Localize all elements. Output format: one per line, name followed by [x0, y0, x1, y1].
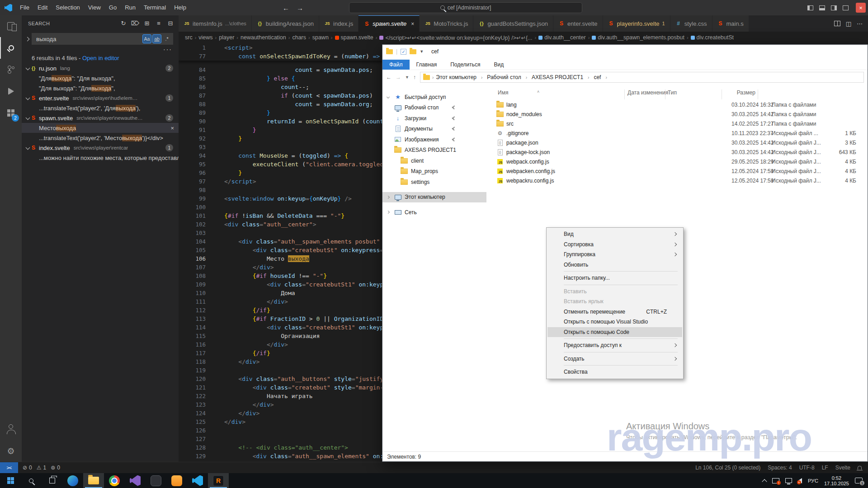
search-match-row[interactable]: ...translateText('player2', 'Для выхода'… [22, 103, 179, 113]
sidebar-item-client[interactable]: client [382, 155, 486, 166]
menu-item-Открыть с помощью Visual Studio[interactable]: Открыть с помощью Visual Studio [547, 317, 682, 327]
taskbar-app-app-dark[interactable] [146, 473, 166, 488]
sidebar-item-Рабочий стол[interactable]: Рабочий стол [382, 103, 486, 113]
ribbon-tab-Файл[interactable]: Файл [382, 60, 410, 70]
taskbar-app-visual-studio[interactable] [125, 473, 146, 488]
start-button[interactable] [0, 473, 21, 488]
toggle-panel-right-icon[interactable] [828, 3, 840, 13]
menu-item-Открыть с помощью Code[interactable]: Открыть с помощью Code [547, 327, 682, 338]
menu-edit[interactable]: Edit [33, 0, 52, 15]
menu-item-Предоставить доступ к[interactable]: Предоставить доступ к [547, 340, 682, 351]
chevron-icon[interactable] [387, 95, 390, 99]
taskbar-app-app-orange[interactable] [166, 473, 187, 488]
chevron-down-icon[interactable] [26, 95, 30, 100]
menu-item-Группировка[interactable]: Группировка [547, 249, 682, 260]
up-icon[interactable]: ↑ [413, 74, 416, 80]
status-spaces[interactable]: Spaces: 4 [768, 465, 792, 471]
command-center[interactable]: cef [Administrator] [349, 2, 582, 13]
activity-extensions-icon[interactable]: 2 [0, 102, 22, 124]
taskbar-search-button[interactable] [21, 473, 42, 488]
chevron-down-icon[interactable] [26, 145, 30, 150]
menu-item-Вид[interactable]: Вид [547, 229, 682, 239]
dismiss-match-icon[interactable]: × [170, 125, 174, 131]
toggle-panel-left-icon[interactable] [804, 3, 816, 13]
taskbar-app-ragemp[interactable]: R [208, 473, 229, 488]
search-match-row[interactable]: Место выхода× [22, 123, 179, 133]
forward-icon[interactable]: → [396, 74, 401, 80]
address-crumb[interactable]: Этот компьютер [436, 74, 476, 80]
address-crumb[interactable]: AXESAS PROJECT1 [532, 74, 583, 80]
menu-go[interactable]: Go [105, 0, 121, 15]
task-view-button[interactable] [42, 473, 62, 488]
search-match-row[interactable]: ...translateText('player2', 'Место выход… [22, 133, 179, 143]
quick-access-check-icon[interactable]: ✓ [401, 49, 406, 55]
activity-debug-icon[interactable] [0, 80, 22, 102]
file-row-webpacken.config.js[interactable]: JSwebpacken.config.js12.05.2024 17:58Исх… [486, 166, 868, 176]
menu-file[interactable]: File [16, 0, 33, 15]
open-search-editor-icon[interactable]: ⊞ [142, 19, 151, 28]
hidden-icons-chevron[interactable] [762, 479, 767, 484]
column-header-Имя[interactable]: Имя [498, 89, 508, 96]
breadcrumb-item[interactable]: chars [292, 34, 306, 41]
display-notice-icon[interactable]: ! [772, 478, 779, 483]
ribbon-tab-Поделиться[interactable]: Поделиться [443, 60, 487, 70]
status-ln-106--col-25-(0-selected)[interactable]: Ln 106, Col 25 (0 selected) [695, 465, 760, 471]
sidebar-item-Загрузки[interactable]: ↓Загрузки [382, 113, 486, 124]
file-row-webpack.config.js[interactable]: JSwebpack.config.js29.05.2025 18:29Исход… [486, 157, 868, 166]
breadcrumb-item[interactable]: </script>↵↵<svelte:window on:keyup={onKe… [379, 34, 532, 41]
tab-style.css[interactable]: #style.css [670, 15, 712, 32]
bell-icon[interactable] [858, 466, 862, 469]
ports-status[interactable]: ⊚ 0 [51, 465, 60, 471]
breadcrumb-item[interactable]: div.createbutSt [691, 34, 734, 41]
activity-source-control-icon[interactable] [0, 59, 22, 80]
column-header-Размер[interactable]: Размер [724, 89, 755, 96]
chevron-icon[interactable] [387, 196, 390, 199]
taskbar-app-vscode[interactable] [187, 473, 208, 488]
address-crumb[interactable]: cef [594, 74, 601, 80]
tab-enter.svelte[interactable]: Senter.svelte [553, 15, 603, 32]
breadcrumb-item[interactable]: newauthentication [241, 34, 286, 41]
taskbar-app-edge[interactable] [62, 473, 83, 488]
breadcrumb-item[interactable]: spawn [312, 34, 329, 41]
notification-center-icon[interactable]: 1 [855, 478, 863, 483]
taskbar-app-file-explorer[interactable] [83, 473, 104, 488]
status-lf[interactable]: LF [822, 465, 828, 471]
regex-button[interactable]: .* [162, 34, 171, 43]
breadcrumb-item[interactable]: src [185, 34, 193, 41]
menu-item-Отменить перемещение[interactable]: Отменить перемещениеCTRL+Z [547, 307, 682, 317]
sidebar-item-settings[interactable]: settings [382, 177, 486, 188]
address-crumb[interactable]: Рабочий стол [487, 74, 521, 80]
sidebar-item-Этот компьютер[interactable]: Этот компьютер [382, 192, 486, 203]
tab-itemsInfo.js[interactable]: JSitemsInfo.js...\clothes [179, 15, 252, 32]
menu-item-Настроить папку...[interactable]: Настроить папку... [547, 273, 682, 283]
breadcrumb-item[interactable]: div.auth__center [538, 34, 586, 41]
tab-index.js[interactable]: JSindex.js [319, 15, 359, 32]
tab-MotoTricks.js[interactable]: JSMotoTricks.js [420, 15, 473, 32]
toggle-replace-chevron-icon[interactable] [24, 38, 31, 41]
menu-terminal[interactable]: Terminal [140, 0, 170, 15]
sidebar-item-Быстрый доступ[interactable]: ★Быстрый доступ [382, 92, 486, 103]
breadcrumb-item[interactable]: player [219, 34, 234, 41]
nav-forward-icon[interactable]: → [297, 4, 303, 12]
sidebar-item-Сеть[interactable]: Сеть [382, 207, 486, 218]
file-row-node_modules[interactable]: node_modules30.03.2025 14:42Папка с файл… [486, 109, 868, 119]
chevron-down-icon[interactable] [26, 115, 30, 120]
history-dropdown-icon[interactable]: ▼ [405, 75, 409, 80]
view-as-tree-icon[interactable]: ≡ [154, 19, 163, 28]
activity-explorer-icon[interactable] [0, 15, 22, 37]
settings-gear-icon[interactable]: ⚙ [0, 446, 22, 456]
nav-back-icon[interactable]: ← [283, 4, 289, 12]
clock[interactable]: 0:52 17.10.2025 [824, 475, 849, 486]
errors-status[interactable]: ⊘ 0 [23, 465, 32, 471]
column-header-Тип[interactable]: Тип [668, 89, 677, 96]
sidebar-item-Документы[interactable]: Документы [382, 124, 486, 135]
collapse-all-icon[interactable]: ⊟ [166, 19, 175, 28]
menu-view[interactable]: View [84, 0, 105, 15]
search-match-row[interactable]: ...можно найти похожие места, которые пр… [22, 153, 179, 163]
sidebar-item-Map_props[interactable]: Map_props [382, 166, 486, 177]
file-row-package.json[interactable]: {}package.json30.03.2025 14:42Исходный ф… [486, 138, 868, 147]
split-editor-icon[interactable] [834, 21, 840, 26]
column-header-Дата изменения[interactable]: Дата изменения [627, 89, 668, 96]
search-file-row[interactable]: Sspawn.sveltesrc\views\player\newauthent… [22, 113, 179, 123]
toggle-panel-bottom-icon[interactable] [816, 3, 828, 13]
